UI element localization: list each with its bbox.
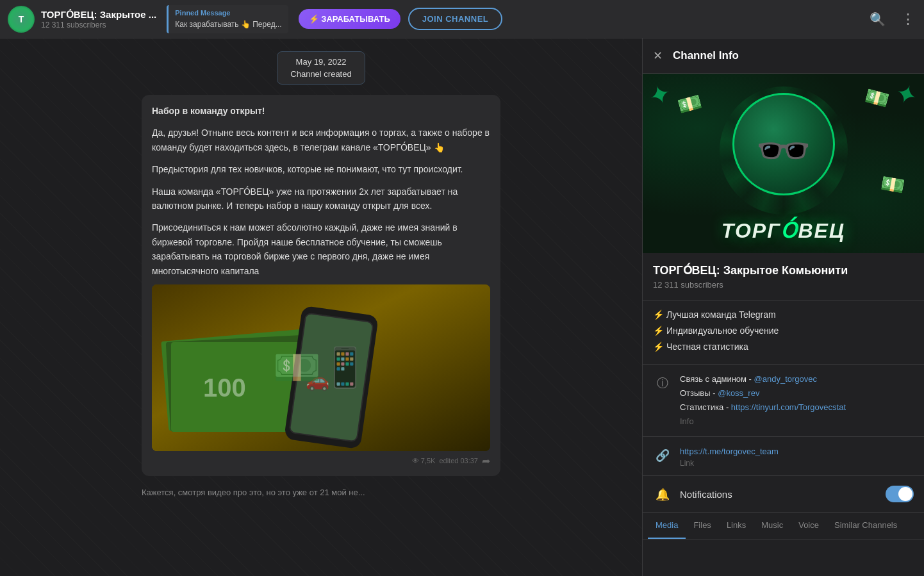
eye-icon: 👁 [412, 457, 421, 465]
bell-icon: 🔔 [653, 485, 672, 504]
message-image-content: 100 🚗 [152, 284, 490, 451]
contact-admin-line: Связь с админом - @andy_torgovec [680, 372, 914, 386]
contact-details: Связь с админом - @andy_torgovec Отзывы … [680, 372, 914, 429]
channel-name[interactable]: ТОРГО́ВЕЦ: Закрытое ... [41, 9, 156, 21]
panel-header: ✕ Channel Info [643, 38, 924, 74]
channel-url[interactable]: https://t.me/torgovec_team [680, 447, 779, 456]
message-edited: edited 03:37 [439, 457, 478, 465]
right-panel: ✕ Channel Info ✦ ✦ 💵 💵 💵 🕶️ ТОРГО́ВЕЦ [642, 38, 924, 576]
contact-reviews-line: Отзывы - @koss_rev [680, 386, 914, 400]
tab-links[interactable]: Links [719, 513, 754, 539]
contact-stats-line: Статистика - https://tinyurl.com/Torgove… [680, 400, 914, 415]
panel-title: Channel Info [673, 49, 739, 62]
channel-title-block: ТОРГО́ВЕЦ: Закрытое ... 12 311 subscribe… [41, 9, 156, 29]
svg-text:🚗: 🚗 [306, 369, 330, 392]
message-para-1: Да, друзья! Отныне весь контент и вся ин… [152, 126, 490, 154]
tab-media[interactable]: Media [648, 513, 686, 539]
date-text: May 19, 2022 [290, 57, 351, 67]
channel-art-title: ТОРГО́ВЕЦ [643, 218, 924, 243]
panel-tabs: Media Files Links Music Voice Similar Ch… [643, 513, 924, 539]
panel-channel-art: ✦ ✦ 💵 💵 💵 🕶️ ТОРГО́ВЕЦ [643, 74, 924, 253]
search-icon: 🔍 [870, 12, 886, 26]
desc-item-1: ⚡ Лучшая команда Telegram [653, 308, 914, 322]
channel-avatar[interactable]: Т [8, 6, 35, 33]
message-meta: 👁 7,5K edited 03:37 ➦ [152, 455, 490, 467]
admin-link[interactable]: @andy_torgovec [754, 374, 817, 384]
money-icon-br: 💵 [879, 171, 907, 197]
message-text: Набор в команду открыт! Да, друзья! Отны… [152, 104, 490, 278]
panel-notifications-section: 🔔 Notifications [643, 476, 924, 513]
message-title: Набор в команду открыт! [152, 106, 265, 116]
panel-desc-section: ⚡ Лучшая команда Telegram ⚡ Индивидуальн… [643, 300, 924, 365]
stats-link[interactable]: https://tinyurl.com/Torgovecstat [731, 402, 846, 412]
panel-contact-section: ⓘ Связь с админом - @andy_torgovec Отзыв… [643, 365, 924, 437]
pinned-message[interactable]: Pinned Message Как зарабатывать 👆 Перед.… [167, 5, 288, 33]
message-image: 100 🚗 [152, 284, 490, 451]
date-separator: May 19, 2022 Channel created [277, 51, 365, 85]
link-label: Link [680, 459, 914, 468]
channel-created-text: Channel created [290, 69, 351, 79]
search-button[interactable]: 🔍 [867, 9, 888, 29]
tab-files[interactable]: Files [686, 513, 718, 539]
panel-link-section: 🔗 https://t.me/torgovec_team Link [643, 437, 924, 476]
main-area: May 19, 2022 Channel created Набор в ком… [0, 38, 924, 576]
link-details: https://t.me/torgovec_team Link [680, 445, 914, 468]
more-options-button[interactable]: ⋮ [898, 8, 916, 30]
message-para-3: Наша команда «ТОРГО́ВЕЦ» уже на протяжен… [152, 185, 490, 213]
desc-text-2: ⚡ Индивидуальное обучение [653, 324, 779, 338]
panel-channel-subs: 12 311 subscribers [653, 280, 914, 290]
panel-info-section: ТОРГО́ВЕЦ: Закрытое Комьюнити 12 311 sub… [643, 253, 924, 300]
contact-info-label: Info [680, 415, 914, 429]
top-bar-actions: 🔍 ⋮ [867, 8, 916, 30]
channel-subscribers: 12 311 subscribers [41, 21, 156, 29]
message-para-2: Предыстория для тех новичков, которые не… [152, 162, 490, 176]
notifications-toggle[interactable] [886, 486, 914, 502]
tab-similar-channels[interactable]: Similar Channels [827, 513, 905, 539]
chat-area[interactable]: May 19, 2022 Channel created Набор в ком… [0, 38, 642, 576]
message-para-4: Присоединиться к нам может абсолютно каж… [152, 220, 490, 278]
panel-close-button[interactable]: ✕ [653, 49, 663, 63]
panel-channel-name: ТОРГО́ВЕЦ: Закрытое Комьюнити [653, 263, 914, 277]
pinned-text: Как зарабатывать 👆 Перед... [175, 20, 281, 29]
tab-music[interactable]: Music [754, 513, 791, 539]
svg-text:100: 100 [203, 374, 246, 402]
more-icon: ⋮ [901, 11, 914, 27]
art-title-accent: О́ [780, 219, 798, 242]
tab-voice[interactable]: Voice [791, 513, 827, 539]
pinned-label: Pinned Message [175, 9, 281, 17]
desc-item-2: ⚡ Индивидуальное обучение [653, 324, 914, 338]
desc-text-3: ⚡ Честная статистика [653, 340, 748, 354]
character-image: 🕶️ [755, 128, 811, 173]
channel-link[interactable]: https://t.me/torgovec_team [680, 445, 914, 459]
desc-item-3: ⚡ Честная статистика [653, 340, 914, 354]
notifications-label-area: 🔔 Notifications [653, 484, 732, 504]
channel-character-avatar: 🕶️ [732, 93, 835, 195]
earn-button[interactable]: ⚡ ЗАРАБАТЫВАТЬ [299, 9, 400, 29]
notifications-label: Notifications [680, 489, 732, 500]
desc-text-1: ⚡ Лучшая команда Telegram [653, 308, 776, 322]
reviews-link[interactable]: @koss_rev [718, 388, 759, 398]
media-grid [643, 539, 924, 550]
info-icon: ⓘ [653, 374, 672, 393]
join-channel-button[interactable]: JOIN CHANNEL [408, 8, 503, 30]
top-bar: Т ТОРГО́ВЕЦ: Закрытое ... 12 311 subscri… [0, 0, 924, 38]
forward-icon[interactable]: ➦ [482, 455, 490, 467]
link-icon: 🔗 [653, 446, 672, 465]
message-card: Набор в команду открыт! Да, друзья! Отны… [142, 95, 500, 476]
next-message-peek: Кажется, смотря видео про это, но это уж… [142, 482, 500, 502]
message-views: 👁 7,5K [412, 457, 436, 465]
